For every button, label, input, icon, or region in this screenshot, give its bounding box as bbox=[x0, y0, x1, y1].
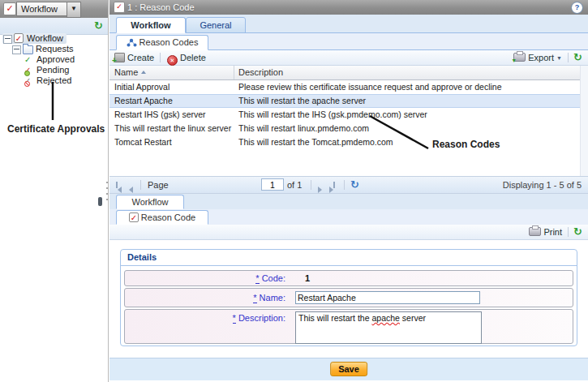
approved-check-icon: ✓ bbox=[24, 54, 34, 64]
name-input[interactable] bbox=[295, 291, 480, 304]
org-chart-icon bbox=[127, 38, 137, 47]
grid-scrollbar-track[interactable] bbox=[580, 66, 588, 176]
column-header-description[interactable]: Description bbox=[238, 66, 283, 79]
refresh-icon[interactable]: ↻ bbox=[573, 52, 582, 63]
module-select[interactable]: Workflow bbox=[16, 2, 67, 16]
page-of-label: of 1 bbox=[287, 177, 302, 193]
print-button[interactable]: Print bbox=[529, 225, 562, 238]
details-title: Details bbox=[121, 250, 577, 266]
create-icon: + bbox=[114, 53, 125, 62]
table-row[interactable]: This will restart the linux server This … bbox=[109, 122, 580, 135]
main-panel: ✓ 1 : Reason Code ? Workflow General Rea… bbox=[109, 0, 588, 382]
export-button[interactable]: ▼ Export ▼ bbox=[513, 51, 562, 64]
collapse-toggle-icon[interactable] bbox=[12, 45, 21, 54]
module-select-dropdown-button[interactable]: ▼ bbox=[67, 2, 81, 18]
refresh-icon[interactable]: ↻ bbox=[94, 20, 103, 32]
description-textarea[interactable]: This will restart the apache server bbox=[295, 311, 482, 344]
toolbar-separator bbox=[140, 180, 141, 190]
code-value: 1 bbox=[305, 271, 310, 285]
table-row[interactable]: Restart IHS (gsk) server This will resta… bbox=[109, 108, 580, 122]
pending-check-icon: ✓ bbox=[24, 65, 34, 75]
sort-asc-icon bbox=[141, 71, 146, 74]
workflow-checkbox-icon: ✓ bbox=[3, 2, 16, 15]
reason-codes-tabstrip: Reason Codes bbox=[109, 33, 588, 50]
detail-toolbar: Print ↻ bbox=[109, 225, 588, 240]
print-icon bbox=[529, 227, 541, 236]
refresh-icon[interactable]: ↻ bbox=[350, 179, 359, 191]
detail-reason-code-tabstrip: ✓Reason Code bbox=[109, 209, 588, 225]
code-field-row: * Code: 1 bbox=[124, 270, 573, 286]
export-caret-icon: ▼ bbox=[556, 55, 562, 61]
tab-reason-codes[interactable]: Reason Codes bbox=[116, 35, 208, 50]
column-header-name[interactable]: Name bbox=[114, 66, 146, 79]
certificate-approvals-annotation: Certificate Approvals bbox=[7, 123, 105, 135]
tab-general[interactable]: General bbox=[186, 17, 246, 33]
reason-codes-annotation: Reason Codes bbox=[432, 139, 500, 150]
application-window: ✓ Workflow ▼ ↻ ✓ Workflow Requests ✓ App… bbox=[0, 0, 588, 382]
folder-icon bbox=[23, 45, 33, 54]
tab-reason-code[interactable]: ✓Reason Code bbox=[116, 210, 208, 225]
delete-button[interactable]: ✕ Delete bbox=[167, 51, 206, 64]
column-resizer[interactable] bbox=[234, 66, 234, 79]
save-button[interactable]: Save bbox=[330, 362, 367, 376]
paging-status: Displaying 1 - 5 of 5 bbox=[503, 177, 582, 193]
table-row[interactable]: Tomcat Restart This will restart the Tom… bbox=[109, 135, 580, 149]
workflow-general-tabstrip: Workflow General bbox=[109, 15, 588, 33]
workflow-check-icon: ✓ bbox=[14, 33, 24, 43]
page-number-input[interactable] bbox=[261, 178, 284, 191]
code-label: * Code: bbox=[125, 271, 285, 285]
help-icon[interactable]: ? bbox=[571, 2, 583, 14]
sidebar: ✓ Workflow ▼ ↻ ✓ Workflow Requests ✓ App… bbox=[0, 0, 109, 382]
panel-header: ✓ 1 : Reason Code ? bbox=[109, 0, 588, 15]
description-field-row: * Description: This will restart the apa… bbox=[124, 309, 573, 344]
delete-icon: ✕ bbox=[167, 55, 178, 66]
form-footer: Save bbox=[109, 358, 588, 380]
refresh-icon[interactable]: ↻ bbox=[573, 226, 582, 238]
collapse-toggle-icon[interactable] bbox=[3, 35, 12, 44]
description-label: * Description: bbox=[125, 311, 285, 324]
name-field-row: * Name: bbox=[124, 288, 573, 307]
grid-toolbar: + Create ✕ Delete ▼ Export ▼ ↻ bbox=[109, 50, 588, 66]
details-fieldset: Details * Code: 1 * Name: * Description:… bbox=[120, 249, 577, 346]
tab-workflow[interactable]: Workflow bbox=[116, 17, 186, 33]
tree-item-approved[interactable]: ✓ Approved bbox=[2, 54, 75, 65]
toolbar-separator bbox=[311, 180, 311, 190]
reason-code-check-icon: ✓ bbox=[129, 212, 139, 222]
tree-item-workflow[interactable]: ✓ Workflow bbox=[2, 33, 67, 44]
rejected-check-icon: ✓ bbox=[24, 75, 34, 85]
tree-item-requests[interactable]: Requests bbox=[2, 44, 73, 54]
grid-header: Name Description bbox=[109, 66, 588, 80]
reason-code-checkbox-icon: ✓ bbox=[114, 2, 125, 13]
tree-item-rejected[interactable]: ✓ Rejected bbox=[2, 75, 71, 86]
detail-workflow-tabstrip: Workflow bbox=[109, 194, 588, 210]
sidebar-header: ✓ Workflow ▼ bbox=[0, 0, 108, 19]
misspelled-word: apache bbox=[371, 313, 399, 323]
tree-item-pending[interactable]: ✓ Pending bbox=[2, 65, 69, 75]
export-icon: ▼ bbox=[513, 53, 526, 62]
paging-toolbar: Page of 1 ↻ Displaying 1 - 5 of 5 bbox=[109, 176, 588, 194]
page-label: Page bbox=[148, 177, 169, 193]
table-row[interactable]: Initial Approval Please review this cert… bbox=[109, 80, 580, 94]
splitter-handle[interactable] bbox=[98, 197, 102, 206]
tab-detail-workflow[interactable]: Workflow bbox=[116, 195, 184, 209]
toolbar-separator bbox=[344, 180, 345, 190]
name-label: * Name: bbox=[125, 289, 285, 307]
table-row-selected[interactable]: Restart Apache This will restart the apa… bbox=[109, 94, 580, 108]
toolbar-separator bbox=[568, 227, 569, 237]
panel-title: 1 : Reason Code bbox=[127, 0, 195, 15]
create-button[interactable]: + Create bbox=[114, 51, 154, 64]
toolbar-separator bbox=[160, 53, 161, 62]
sidebar-toolbar: ↻ bbox=[0, 18, 108, 35]
toolbar-separator bbox=[568, 53, 569, 62]
